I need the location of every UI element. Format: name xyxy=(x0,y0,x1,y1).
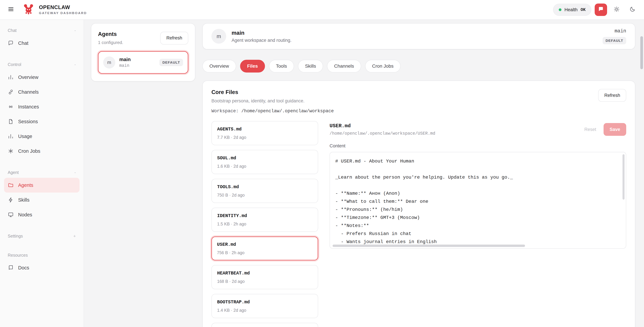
agent-id: main xyxy=(119,63,156,68)
agent-detail: m main Agent workspace and routing. main… xyxy=(202,23,635,327)
sidebar-item-nodes[interactable]: Nodes xyxy=(4,207,80,222)
sidebar-item-chat[interactable]: Chat xyxy=(4,36,80,51)
document-icon xyxy=(8,119,14,125)
tab-cron-jobs[interactable]: Cron Jobs xyxy=(365,60,401,73)
sidebar-item-sessions[interactable]: Sessions xyxy=(4,114,80,129)
content-editor-text[interactable]: # USER.md - About Your Human _Learn abou… xyxy=(330,152,626,249)
sidebar-section-label: Chat xyxy=(8,28,16,33)
sidebar-item-skills[interactable]: Skills xyxy=(4,193,80,207)
file-item-heartbeat-md[interactable]: HEARTBEAT.md168 B · 2d ago xyxy=(212,265,318,289)
brand-title: OPENCLAW xyxy=(39,5,87,10)
workspace-label: Workspace: xyxy=(212,109,238,114)
asterisk-icon xyxy=(8,148,14,154)
agent-title: main xyxy=(232,30,292,36)
editor-horizontal-scrollbar[interactable] xyxy=(332,245,525,247)
file-list: AGENTS.md7.7 KB · 2d agoSOUL.md1.6 KB · … xyxy=(212,121,318,327)
agent-description: Agent workspace and routing. xyxy=(232,38,292,43)
editor-vertical-scrollbar[interactable] xyxy=(622,154,624,200)
file-name: IDENTITY.md xyxy=(217,213,312,219)
sidebar-item-cron-jobs[interactable]: Cron Jobs xyxy=(4,144,80,158)
tab-skills[interactable]: Skills xyxy=(298,60,323,73)
health-status-pill: Health OK xyxy=(553,4,591,16)
agent-avatar: m xyxy=(103,56,115,69)
file-meta: 168 B · 2d ago xyxy=(217,278,312,284)
tab-overview[interactable]: Overview xyxy=(202,60,236,73)
content-editor[interactable]: # USER.md - About Your Human _Learn abou… xyxy=(330,152,626,249)
file-meta: 1.5 KB · 2h ago xyxy=(217,221,312,227)
page-scrollbar[interactable] xyxy=(639,20,644,327)
tab-files[interactable]: Files xyxy=(240,60,265,73)
tab-channels[interactable]: Channels xyxy=(327,60,361,73)
sidebar-item-agents[interactable]: Agents xyxy=(4,178,80,193)
sidebar-section-header-control[interactable]: Control- xyxy=(4,61,80,70)
default-badge: DEFAULT xyxy=(160,59,183,66)
top-header: OPENCLAW GATEWAY DASHBOARD Health OK xyxy=(0,0,644,20)
agent-header-card: m main Agent workspace and routing. main… xyxy=(202,23,635,49)
sidebar-section-header-chat[interactable]: Chat- xyxy=(4,27,80,36)
file-item-memory-md[interactable]: MEMORY.md xyxy=(212,323,318,327)
tab-tools[interactable]: Tools xyxy=(269,60,294,73)
bar-chart-icon xyxy=(8,74,14,80)
sidebar-item-docs[interactable]: Docs xyxy=(4,260,80,275)
sidebar-section-label: Control xyxy=(8,62,21,67)
chat-bubble-icon xyxy=(598,6,604,14)
sidebar-item-instances[interactable]: Instances xyxy=(4,99,80,114)
menu-button[interactable] xyxy=(5,4,17,16)
sidebar-item-label: Cron Jobs xyxy=(18,148,40,154)
default-badge: DEFAULT xyxy=(602,37,626,44)
logo-lobster-icon xyxy=(22,3,34,17)
file-item-user-md[interactable]: USER.md756 B · 2h ago xyxy=(212,236,318,260)
sidebar-item-label: Instances xyxy=(18,104,39,110)
broadcast-icon xyxy=(8,104,14,110)
sidebar-item-overview[interactable]: Overview xyxy=(4,70,80,85)
agents-panel: Agents 1 configured. Refresh m main main… xyxy=(91,23,195,81)
sidebar-section-label: Agent xyxy=(8,170,19,175)
book-icon xyxy=(8,265,14,271)
agents-refresh-button[interactable]: Refresh xyxy=(160,32,188,45)
sidebar-item-channels[interactable]: Channels xyxy=(4,85,80,99)
light-theme-button[interactable] xyxy=(610,4,623,16)
agents-panel-title: Agents xyxy=(98,31,123,37)
page-scrollbar-thumb[interactable] xyxy=(640,36,643,69)
sidebar-section-header-resources[interactable]: Resources xyxy=(4,251,80,260)
content-label: Content xyxy=(330,143,626,149)
file-item-identity-md[interactable]: IDENTITY.md1.5 KB · 2h ago xyxy=(212,208,318,232)
chat-toggle-button[interactable] xyxy=(595,4,607,16)
main-content: Agents 1 configured. Refresh m main main… xyxy=(84,20,644,327)
sidebar-section-header-settings[interactable]: Settings+ xyxy=(4,232,80,241)
file-item-tools-md[interactable]: TOOLS.md750 B · 2d ago xyxy=(212,179,318,203)
agents-count-text: 1 configured. xyxy=(98,40,123,45)
sidebar: Chat-ChatControl-OverviewChannelsInstanc… xyxy=(0,20,84,327)
sidebar-item-usage[interactable]: Usage xyxy=(4,129,80,144)
core-files-subtitle: Bootstrap persona, identity, and tool gu… xyxy=(212,98,334,104)
sidebar-section-settings: Settings+ xyxy=(4,232,80,241)
file-name: USER.md xyxy=(217,241,312,248)
agent-avatar: m xyxy=(212,29,226,44)
dark-theme-button[interactable] xyxy=(626,4,639,16)
workspace-path-line: Workspace: /home/openclaw/.openclaw/work… xyxy=(212,109,334,114)
file-meta: 7.7 KB · 2d ago xyxy=(217,134,312,140)
section-collapse-icon: - xyxy=(74,170,76,175)
section-collapse-icon: - xyxy=(74,28,76,33)
save-button[interactable]: Save xyxy=(604,123,626,136)
sidebar-section-label: Resources xyxy=(8,253,28,258)
agent-list-item-main[interactable]: m main main DEFAULT xyxy=(98,51,188,74)
sidebar-item-label: Sessions xyxy=(18,119,38,124)
reset-button[interactable]: Reset xyxy=(580,123,600,136)
core-files-card: Core Files Bootstrap persona, identity, … xyxy=(202,81,635,327)
sidebar-section-header-agent[interactable]: Agent- xyxy=(4,169,80,178)
sidebar-item-label: Nodes xyxy=(18,212,32,218)
monitor-icon xyxy=(8,212,14,218)
file-name: BOOTSTRAP.md xyxy=(217,299,312,305)
file-name: SOUL.md xyxy=(217,155,312,161)
files-refresh-button[interactable]: Refresh xyxy=(598,89,626,102)
file-item-soul-md[interactable]: SOUL.md1.6 KB · 2d ago xyxy=(212,150,318,174)
file-item-bootstrap-md[interactable]: BOOTSTRAP.md1.4 KB · 2d ago xyxy=(212,294,318,318)
link-icon xyxy=(8,89,14,95)
file-item-agents-md[interactable]: AGENTS.md7.7 KB · 2d ago xyxy=(212,121,318,145)
hamburger-icon xyxy=(8,6,14,14)
agent-tabs: OverviewFilesToolsSkillsChannelsCron Job… xyxy=(202,60,635,73)
file-name: HEARTBEAT.md xyxy=(217,270,312,276)
file-meta: 1.4 KB · 2d ago xyxy=(217,307,312,313)
brand[interactable]: OPENCLAW GATEWAY DASHBOARD xyxy=(22,3,87,17)
